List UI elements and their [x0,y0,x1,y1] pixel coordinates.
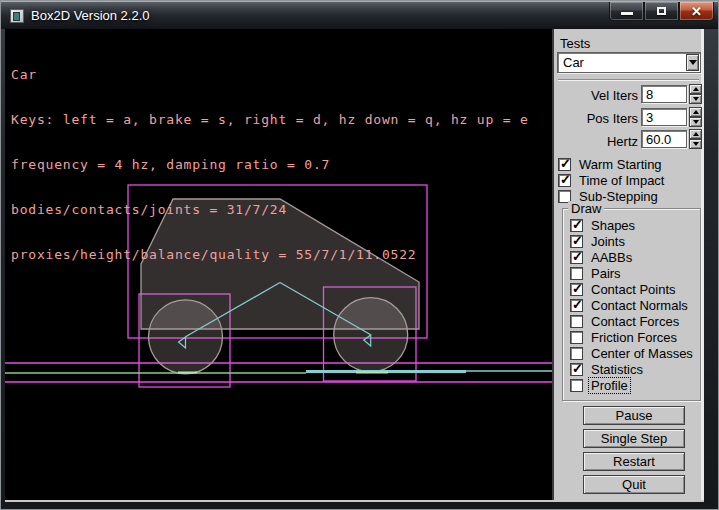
checkbox-label: Contact Normals [588,297,691,314]
hud-stats-bodies: bodies/contacts/joints = 31/7/24 [11,202,529,217]
checkbox-contact-normals[interactable]: Contact Normals [570,298,691,312]
tests-combobox[interactable]: Car [557,52,701,73]
app-icon [10,9,24,23]
quit-button[interactable]: Quit [583,475,685,494]
checkbox-box[interactable] [570,219,583,232]
chevron-down-icon [689,60,697,65]
minimize-button[interactable] [609,2,644,21]
hertz-label: Hertz [554,134,638,149]
checkbox-box[interactable] [570,363,583,376]
checkbox-label: Warm Starting [576,156,665,173]
checkbox-joints[interactable]: Joints [570,234,628,248]
checkbox-contact-points[interactable]: Contact Points [570,282,679,296]
caption-buttons: ✕ [609,2,714,21]
checkbox-warm-starting[interactable]: Warm Starting [558,157,665,171]
pos-iters-input[interactable]: 3 [641,108,687,126]
control-panel: Tests Car Vel Iters 8 Pos Iters 3 [552,29,704,500]
checkbox-time-of-impact[interactable]: Time of Impact [558,173,667,187]
client-area: Car Keys: left = a, brake = s, right = d… [5,29,704,502]
vel-iters-spinner[interactable] [689,84,702,104]
hud-stats-proxies: proxies/height/balance/quality = 55/7/1/… [11,247,529,262]
hud-frequency: frequency = 4 hz, damping ratio = 0.7 [11,157,529,172]
checkbox-label: Profile [588,377,631,394]
checkbox-label: Center of Masses [588,345,696,362]
checkbox-label: Contact Forces [588,313,682,330]
hud-test-name: Car [11,67,529,82]
checkbox-box[interactable] [570,347,583,360]
checkbox-box[interactable] [570,251,583,264]
spinner-down-icon[interactable] [689,139,702,149]
checkbox-label: Contact Points [588,281,679,298]
checkbox-box[interactable] [570,299,583,312]
checkbox-box[interactable] [570,283,583,296]
checkbox-label: Friction Forces [588,329,680,346]
checkbox-pairs[interactable]: Pairs [570,266,624,280]
debug-text-overlay: Car Keys: left = a, brake = s, right = d… [11,37,529,292]
checkbox-box[interactable] [570,267,583,280]
pos-iters-spinner[interactable] [689,107,702,127]
checkbox-box[interactable] [570,315,583,328]
checkbox-box[interactable] [570,331,583,344]
checkbox-box[interactable] [570,379,583,392]
close-button[interactable]: ✕ [679,2,714,21]
hud-keys-help: Keys: left = a, brake = s, right = d, hz… [11,112,529,127]
checkbox-center-of-masses[interactable]: Center of Masses [570,346,696,360]
window-title: Box2D Version 2.2.0 [31,8,150,23]
spinner-down-icon[interactable] [689,117,702,127]
checkbox-label: Shapes [588,217,638,234]
checkbox-profile[interactable]: Profile [570,378,631,392]
pos-iters-label: Pos Iters [554,111,638,126]
separator [558,79,699,81]
spinner-up-icon[interactable] [689,129,702,139]
hertz-spinner[interactable] [689,129,702,149]
checkbox-shapes[interactable]: Shapes [570,218,638,232]
checkbox-label: AABBs [588,249,635,266]
app-window: Box2D Version 2.2.0 ✕ [0,0,719,510]
spinner-down-icon[interactable] [689,94,702,104]
checkbox-box[interactable] [558,158,571,171]
checkbox-box[interactable] [558,174,571,187]
pause-button[interactable]: Pause [583,406,685,425]
vel-iters-label: Vel Iters [554,88,638,103]
tests-label: Tests [560,36,590,51]
tests-selected-value: Car [558,55,686,70]
close-icon: ✕ [691,5,702,18]
single-step-button[interactable]: Single Step [583,429,685,448]
checkbox-label: Statistics [588,361,646,378]
tests-dropdown-button[interactable] [686,54,699,71]
maximize-button[interactable] [644,2,679,21]
draw-group-title: Draw [568,201,604,216]
spinner-up-icon[interactable] [689,107,702,117]
checkbox-label: Time of Impact [576,172,667,189]
title-bar[interactable]: Box2D Version 2.2.0 ✕ [1,1,719,29]
checkbox-friction-forces[interactable]: Friction Forces [570,330,680,344]
simulation-canvas[interactable]: Car Keys: left = a, brake = s, right = d… [5,29,552,500]
maximize-icon [657,7,666,15]
restart-button[interactable]: Restart [583,452,685,471]
checkbox-contact-forces[interactable]: Contact Forces [570,314,682,328]
checkbox-statistics[interactable]: Statistics [570,362,646,376]
checkbox-label: Pairs [588,265,624,282]
checkbox-box[interactable] [570,235,583,248]
checkbox-aabbs[interactable]: AABBs [570,250,635,264]
hertz-input[interactable]: 60.0 [641,130,687,148]
spinner-up-icon[interactable] [689,84,702,94]
checkbox-label: Joints [588,233,628,250]
minimize-icon [621,12,633,15]
vel-iters-input[interactable]: 8 [641,85,687,103]
